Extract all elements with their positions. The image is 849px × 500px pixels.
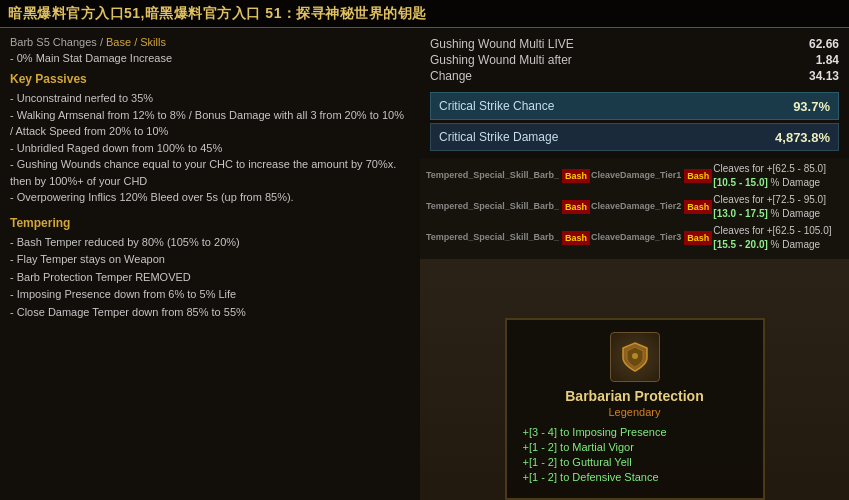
stat-label-2: Gushing Wound Multi after (430, 53, 572, 67)
tempered-badge1-1: Bash (562, 169, 590, 184)
item-card: Barbarian Protection Legendary +[3 - 4] … (505, 318, 765, 500)
svg-point-0 (632, 353, 638, 359)
damage-line: - 0% Main Stat Damage Increase (10, 52, 410, 64)
tempered-badge2-2: Bash (684, 200, 712, 215)
shield-icon (621, 341, 649, 373)
right-panel: Gushing Wound Multi LIVE 62.66 Gushing W… (420, 28, 849, 500)
tempering-item-1: - Bash Temper reduced by 80% (105% to 20… (10, 234, 410, 252)
main-content: Barb S5 Changes / Base / Skills - 0% Mai… (0, 28, 849, 500)
item-stat-3: +[1 - 2] to Guttural Yell (523, 456, 747, 468)
top-banner: 暗黑爆料官方入口51,暗黑爆料官方入口 51：探寻神秘世界的钥匙 (0, 0, 849, 28)
stat-rows: Gushing Wound Multi LIVE 62.66 Gushing W… (430, 36, 839, 84)
tempered-badge1-3: Bash (562, 231, 590, 246)
key-passive-item-3: - Unbridled Raged down from 100% to 45% (10, 140, 410, 157)
tempered-desc-2: Cleaves for +[72.5 - 95.0] [13.0 - 17.5]… (713, 193, 843, 221)
stats-area: Gushing Wound Multi LIVE 62.66 Gushing W… (420, 28, 849, 159)
tempered-desc-3: Cleaves for +[62.5 - 105.0] [15.5 - 20.0… (713, 224, 843, 252)
item-stats-list: +[3 - 4] to Imposing Presence +[1 - 2] t… (523, 426, 747, 486)
key-passives-title: Key Passives (10, 72, 410, 86)
tempering-item-5: - Close Damage Temper down from 85% to 5… (10, 304, 410, 322)
key-passives-list: - Unconstraind nerfed to 35% - Walking A… (10, 90, 410, 206)
tempered-mid-3: CleaveDamage_Tier3 (591, 231, 681, 244)
item-stat-4: +[1 - 2] to Defensive Stance (523, 471, 747, 483)
tempered-badge2-1: Bash (684, 169, 712, 184)
crit-damage-value: 4,873.8% (775, 130, 830, 145)
item-icon-container (610, 332, 660, 382)
tempered-name-3: Tempered_Special_Skill_Barb_ (426, 231, 559, 244)
tempered-row-3: Tempered_Special_Skill_Barb_ Bash Cleave… (426, 224, 843, 252)
tempered-desc-1: Cleaves for +[62.5 - 85.0] [10.5 - 15.0]… (713, 162, 843, 190)
key-passive-item-2: - Walking Armsenal from 12% to 8% / Bonu… (10, 107, 410, 140)
tempered-name-1: Tempered_Special_Skill_Barb_ (426, 169, 559, 182)
breadcrumb: Barb S5 Changes / Base / Skills (10, 36, 410, 48)
tempering-item-3: - Barb Protection Temper REMOVED (10, 269, 410, 287)
crit-chance-value: 93.7% (793, 99, 830, 114)
tempered-badge1-2: Bash (562, 200, 590, 215)
item-stat-2: +[1 - 2] to Martial Vigor (523, 441, 747, 453)
tempering-list: - Bash Temper reduced by 80% (105% to 20… (10, 234, 410, 322)
crit-damage-box: Critical Strike Damage 4,873.8% (430, 123, 839, 151)
item-icon-bg (610, 332, 660, 382)
tempered-mid-1: CleaveDamage_Tier1 (591, 169, 681, 182)
crit-damage-label: Critical Strike Damage (439, 130, 558, 144)
tempered-area: Tempered_Special_Skill_Barb_ Bash Cleave… (420, 158, 849, 259)
stat-value-1: 62.66 (809, 37, 839, 51)
stat-label-3: Change (430, 69, 472, 83)
tempering-item-2: - Flay Temper stays on Weapon (10, 251, 410, 269)
tempered-mid-2: CleaveDamage_Tier2 (591, 200, 681, 213)
crit-chance-box: Critical Strike Chance 93.7% (430, 92, 839, 120)
stat-row-3: Change 34.13 (430, 68, 839, 84)
item-card-name: Barbarian Protection (565, 388, 703, 404)
breadcrumb-active: Base / Skills (106, 36, 166, 48)
key-passives-section: Key Passives - Unconstraind nerfed to 35… (10, 72, 410, 206)
tempered-row-2: Tempered_Special_Skill_Barb_ Bash Cleave… (426, 193, 843, 221)
tempered-name-2: Tempered_Special_Skill_Barb_ (426, 200, 559, 213)
stat-row-1: Gushing Wound Multi LIVE 62.66 (430, 36, 839, 52)
stat-label-1: Gushing Wound Multi LIVE (430, 37, 574, 51)
stat-row-2: Gushing Wound Multi after 1.84 (430, 52, 839, 68)
banner-text: 暗黑爆料官方入口51,暗黑爆料官方入口 51：探寻神秘世界的钥匙 (8, 5, 427, 23)
crit-chance-label: Critical Strike Chance (439, 99, 554, 113)
stat-value-3: 34.13 (809, 69, 839, 83)
tempered-badge2-3: Bash (684, 231, 712, 246)
tempering-section: Tempering - Bash Temper reduced by 80% (… (10, 216, 410, 322)
tempering-item-4: - Imposing Presence down from 6% to 5% L… (10, 286, 410, 304)
item-stat-1: +[3 - 4] to Imposing Presence (523, 426, 747, 438)
tempering-title: Tempering (10, 216, 410, 230)
crit-boxes: Critical Strike Chance 93.7% Critical St… (430, 92, 839, 151)
breadcrumb-base: Barb S5 Changes (10, 36, 97, 48)
stat-value-2: 1.84 (816, 53, 839, 67)
item-card-rarity: Legendary (609, 406, 661, 418)
key-passive-item-1: - Unconstraind nerfed to 35% (10, 90, 410, 107)
tempered-row-1: Tempered_Special_Skill_Barb_ Bash Cleave… (426, 162, 843, 190)
left-panel: Barb S5 Changes / Base / Skills - 0% Mai… (0, 28, 420, 500)
key-passive-item-5: - Overpowering Inflics 120% Bleed over 5… (10, 189, 410, 206)
key-passive-item-4: - Gushing Wounds chance equal to your CH… (10, 156, 410, 189)
